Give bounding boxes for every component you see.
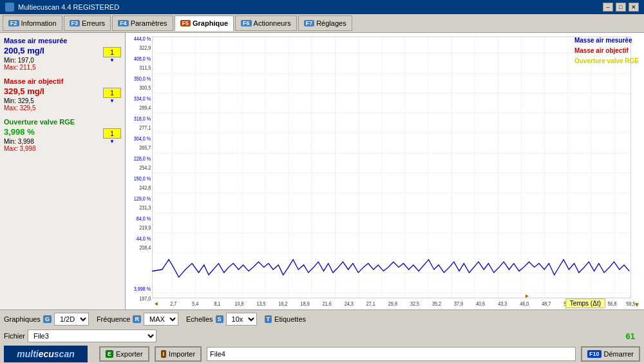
legend-label-2: Ouverture valve RGE — [574, 56, 639, 66]
sensor-title-ouverture-valve-rge: Ouverture valve RGE — [4, 118, 121, 126]
svg-text:◄: ◄ — [153, 300, 158, 307]
svg-text:5,4: 5,4 — [192, 301, 199, 308]
sensor-minmax-masse-air-objectif: Min: 329,5 Max: 329,5 — [4, 97, 100, 112]
svg-text:408,0 %: 408,0 % — [134, 55, 151, 62]
svg-text:300,5: 300,5 — [139, 85, 151, 92]
sensor-arrow-ouverture-valve-rge[interactable]: ▼ — [109, 139, 115, 144]
export-label: Exporter — [116, 350, 143, 358]
minimize-button[interactable]: – — [603, 3, 613, 12]
graphiques-select[interactable]: 1/2D — [54, 313, 89, 326]
title-bar: Multiecuscan 4.4 REGISTERED – □ ✕ — [0, 0, 644, 14]
tab-label-2: Paramètres — [131, 19, 167, 27]
window-controls[interactable]: – □ ✕ — [603, 3, 639, 12]
svg-text:37,9: 37,9 — [454, 301, 463, 308]
export-button[interactable]: E Exporter — [99, 346, 149, 362]
nav-tab-actionneurs[interactable]: F6Actionneurs — [235, 15, 297, 31]
echelles-label: Echelles — [186, 315, 213, 323]
svg-text:35,2: 35,2 — [432, 301, 441, 308]
svg-text:150,0 %: 150,0 % — [134, 175, 151, 182]
chart-svg: 444,0 % 322,9 408,0 % 311,5 350,0 % 300,… — [126, 33, 644, 309]
window-title: Multiecuscan 4.4 REGISTERED — [18, 3, 119, 11]
fichier-label: Fichier — [4, 332, 25, 340]
svg-text:208,4: 208,4 — [139, 245, 151, 251]
sensor-counter-masse-air-mesuree: 1 — [103, 47, 121, 57]
nav-tab-graphique[interactable]: F5Graphique — [175, 15, 234, 31]
svg-text:32,5: 32,5 — [410, 301, 420, 308]
sensor-control-masse-air-objectif[interactable]: 1 ▼ — [103, 88, 121, 104]
start-key: F10 — [587, 350, 601, 358]
file-input[interactable] — [207, 347, 576, 361]
svg-text:46,0: 46,0 — [520, 301, 529, 308]
legend-item-2: Ouverture valve RGE — [574, 56, 639, 66]
sensor-control-ouverture-valve-rge[interactable]: 1 ▼ — [103, 128, 121, 144]
import-key: I — [161, 350, 167, 358]
svg-text:254,2: 254,2 — [139, 165, 151, 172]
tab-key-0: F2 — [8, 20, 19, 26]
svg-text:21,6: 21,6 — [323, 301, 332, 308]
fichier-select[interactable]: File3 — [28, 329, 156, 342]
nav-tab-information[interactable]: F2Information — [3, 15, 62, 31]
sensor-block-ouverture-valve-rge: Ouverture valve RGE 3,998 % Min: 3,998 M… — [4, 118, 121, 152]
etiquettes-label: Etiquettes — [274, 315, 306, 323]
graphiques-key: G — [43, 315, 52, 323]
sensor-control-masse-air-mesuree[interactable]: 1 ▼ — [103, 47, 121, 63]
frequence-label: Fréquence — [97, 315, 131, 323]
sensor-min-masse-air-objectif: Min: 329,5 — [4, 97, 100, 104]
close-button[interactable]: ✕ — [629, 3, 639, 12]
maximize-button[interactable]: □ — [616, 3, 626, 12]
tab-label-1: Erreurs — [82, 19, 105, 27]
echelles-select[interactable]: 10x — [226, 313, 257, 326]
file-row: Fichier File3 61 — [0, 328, 644, 344]
frequence-control: Fréquence R MAX — [97, 313, 178, 326]
svg-text:44,0 %: 44,0 % — [137, 235, 151, 242]
svg-text:265,7: 265,7 — [139, 145, 151, 152]
export-key: E — [106, 350, 113, 358]
sensor-min-masse-air-mesuree: Min: 197,0 — [4, 57, 100, 64]
svg-text:24,3: 24,3 — [345, 301, 354, 308]
tab-key-2: F4 — [118, 20, 129, 26]
svg-text:444,0 %: 444,0 % — [134, 35, 151, 42]
legend-item-1: Masse air objectif — [574, 46, 639, 56]
svg-text:289,4: 289,4 — [139, 105, 151, 112]
import-button[interactable]: I Importer — [155, 346, 202, 362]
svg-text:27,1: 27,1 — [366, 301, 375, 308]
etiquettes-control: T Etiquettes — [265, 315, 306, 323]
svg-text:350,0 %: 350,0 % — [134, 75, 151, 82]
start-label: Démarrer — [604, 350, 634, 358]
legend-label-1: Masse air objectif — [574, 46, 629, 56]
etiquettes-key: T — [265, 315, 272, 323]
svg-text:322,9: 322,9 — [139, 45, 151, 52]
counter-value: 61 — [626, 331, 640, 341]
svg-text:56,8: 56,8 — [607, 301, 616, 308]
sensor-counter-masse-air-objectif: 1 — [103, 88, 121, 98]
app-icon — [5, 3, 14, 12]
sensor-arrow-masse-air-objectif[interactable]: ▼ — [109, 98, 115, 104]
sensor-value-ouverture-valve-rge: 3,998 % — [4, 127, 100, 137]
tab-label-5: Réglages — [316, 19, 346, 27]
graphiques-control: Graphiques G 1/2D — [4, 313, 89, 326]
svg-text:334,0 %: 334,0 % — [134, 95, 151, 102]
tab-label-4: Actionneurs — [254, 19, 291, 27]
main-content: Masse air mesurée 200,5 mg/l Min: 197,0 … — [0, 33, 644, 309]
start-button[interactable]: F10 Démarrer — [581, 346, 640, 362]
left-panel: Masse air mesurée 200,5 mg/l Min: 197,0 … — [0, 33, 126, 309]
svg-text:40,6: 40,6 — [476, 301, 485, 308]
svg-text:18,9: 18,9 — [301, 301, 310, 308]
legend-label-0: Masse air mesurée — [574, 35, 632, 46]
tab-label-3: Graphique — [193, 19, 228, 27]
tab-key-4: F6 — [241, 20, 252, 26]
nav-tab-erreurs[interactable]: F3Erreurs — [64, 15, 111, 31]
time-axis-label: Temps (Δt) — [565, 299, 605, 308]
nav-tab-r-glages[interactable]: F7Réglages — [298, 15, 352, 31]
svg-text:228,0 %: 228,0 % — [134, 155, 151, 162]
svg-text:129,0 %: 129,0 % — [134, 195, 151, 202]
svg-text:10,8: 10,8 — [234, 301, 243, 308]
nav-tab-param-tres[interactable]: F4Paramètres — [112, 15, 173, 31]
logo-area: multiecuscan — [4, 346, 88, 362]
chart-legend: Masse air mesuréeMasse air objectifOuver… — [574, 35, 639, 66]
action-row: multiecuscan E Exporter I Importer F10 D… — [0, 344, 644, 363]
tab-key-1: F3 — [70, 20, 80, 26]
frequence-select[interactable]: MAX — [144, 313, 178, 326]
sensor-arrow-masse-air-mesuree[interactable]: ▼ — [109, 57, 115, 63]
svg-text:318,0 %: 318,0 % — [134, 115, 151, 122]
